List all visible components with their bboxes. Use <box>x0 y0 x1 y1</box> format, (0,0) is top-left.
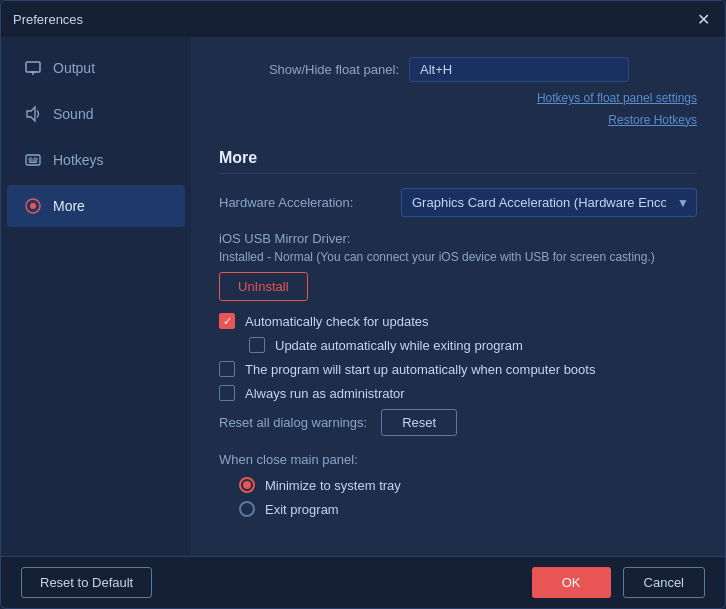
usb-status: Installed - Normal (You can connect your… <box>219 250 697 264</box>
usb-section: iOS USB Mirror Driver: Installed - Norma… <box>219 231 697 301</box>
restore-hotkeys-link[interactable]: Restore Hotkeys <box>219 110 697 132</box>
hardware-acceleration-select[interactable]: Graphics Card Acceleration (Hardware Enc… <box>401 188 697 217</box>
svg-point-9 <box>30 203 36 209</box>
sidebar-label-more: More <box>53 198 85 214</box>
sound-icon <box>23 105 43 123</box>
sidebar-item-sound[interactable]: Sound <box>7 93 185 135</box>
hotkey-links: Hotkeys of float panel settings Restore … <box>219 88 697 131</box>
radio-group-label: When close main panel: <box>219 452 697 467</box>
sidebar-label-sound: Sound <box>53 106 93 122</box>
output-icon <box>23 59 43 77</box>
usb-label: iOS USB Mirror Driver: <box>219 231 697 246</box>
checkbox-auto-check-label: Automatically check for updates <box>245 314 429 329</box>
checkboxes-group: Automatically check for updates Update a… <box>219 313 697 401</box>
checkbox-auto-check[interactable]: Automatically check for updates <box>219 313 697 329</box>
window-title: Preferences <box>13 12 83 27</box>
hardware-acceleration-select-wrapper: Graphics Card Acceleration (Hardware Enc… <box>401 188 697 217</box>
radio-exit-label: Exit program <box>265 502 339 517</box>
uninstall-button[interactable]: UnInstall <box>219 272 308 301</box>
checkbox-auto-check-box[interactable] <box>219 313 235 329</box>
svg-marker-3 <box>27 107 35 121</box>
hardware-acceleration-row: Hardware Acceleration: Graphics Card Acc… <box>219 188 697 217</box>
close-button[interactable]: ✕ <box>693 9 713 29</box>
checkbox-admin[interactable]: Always run as administrator <box>219 385 697 401</box>
hardware-acceleration-label: Hardware Acceleration: <box>219 195 389 210</box>
hotkey-label: Show/Hide float panel: <box>219 62 399 77</box>
svg-rect-6 <box>34 158 37 160</box>
sidebar: Output Sound <box>1 37 191 556</box>
checkbox-auto-start-box[interactable] <box>219 361 235 377</box>
radio-minimize[interactable]: Minimize to system tray <box>219 477 697 493</box>
radio-group: When close main panel: Minimize to syste… <box>219 452 697 517</box>
main-panel: Show/Hide float panel: Hotkeys of float … <box>191 37 725 556</box>
svg-rect-5 <box>29 158 32 160</box>
reset-default-button[interactable]: Reset to Default <box>21 567 152 598</box>
footer-right: OK Cancel <box>532 567 705 598</box>
svg-rect-0 <box>26 62 40 72</box>
sidebar-item-output[interactable]: Output <box>7 47 185 89</box>
title-bar: Preferences ✕ <box>1 1 725 37</box>
ok-button[interactable]: OK <box>532 567 611 598</box>
sidebar-label-hotkeys: Hotkeys <box>53 152 104 168</box>
sidebar-item-hotkeys[interactable]: Hotkeys <box>7 139 185 181</box>
radio-exit-btn[interactable] <box>239 501 255 517</box>
hotkeys-row: Show/Hide float panel: <box>219 57 697 82</box>
radio-minimize-label: Minimize to system tray <box>265 478 401 493</box>
radio-minimize-btn[interactable] <box>239 477 255 493</box>
radio-exit[interactable]: Exit program <box>219 501 697 517</box>
checkbox-auto-update-label: Update automatically while exiting progr… <box>275 338 523 353</box>
footer: Reset to Default OK Cancel <box>1 556 725 608</box>
checkbox-auto-start-label: The program will start up automatically … <box>245 362 595 377</box>
svg-rect-7 <box>29 161 37 163</box>
checkbox-auto-start[interactable]: The program will start up automatically … <box>219 361 697 377</box>
float-panel-settings-link[interactable]: Hotkeys of float panel settings <box>219 88 697 110</box>
content-area: Output Sound <box>1 37 725 556</box>
checkbox-admin-label: Always run as administrator <box>245 386 405 401</box>
reset-button[interactable]: Reset <box>381 409 457 436</box>
sidebar-label-output: Output <box>53 60 95 76</box>
hotkeys-icon <box>23 151 43 169</box>
svg-rect-4 <box>26 155 40 165</box>
checkbox-admin-box[interactable] <box>219 385 235 401</box>
reset-warnings-label: Reset all dialog warnings: <box>219 415 367 430</box>
reset-warnings-row: Reset all dialog warnings: Reset <box>219 409 697 436</box>
section-title: More <box>219 149 697 174</box>
checkbox-auto-update[interactable]: Update automatically while exiting progr… <box>219 337 697 353</box>
sidebar-item-more[interactable]: More <box>7 185 185 227</box>
preferences-window: Preferences ✕ Output <box>0 0 726 609</box>
cancel-button[interactable]: Cancel <box>623 567 705 598</box>
hotkey-input[interactable] <box>409 57 629 82</box>
more-icon <box>23 197 43 215</box>
checkbox-auto-update-box[interactable] <box>249 337 265 353</box>
